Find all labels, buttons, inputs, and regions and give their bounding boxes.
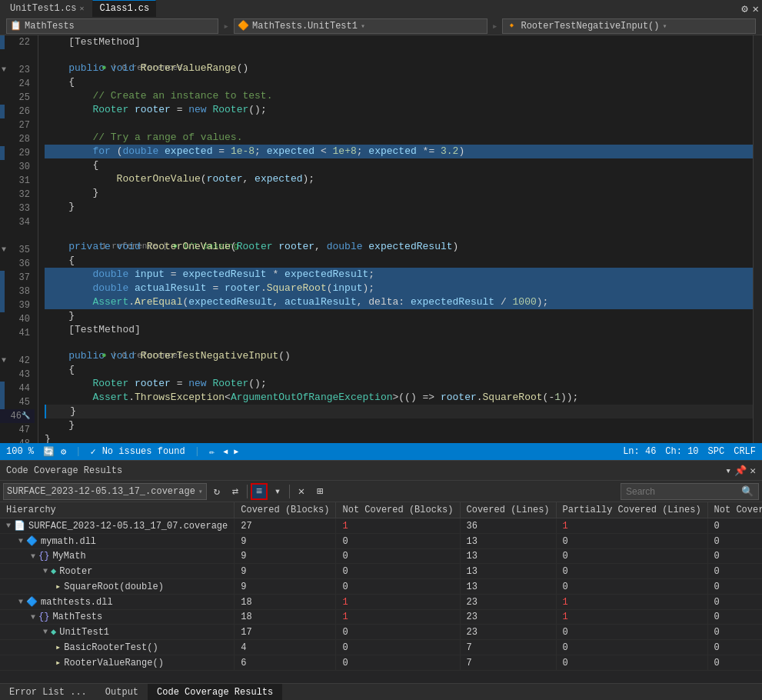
tab-output[interactable]: Output (96, 684, 148, 701)
tab-error-list[interactable]: Error List ... (0, 684, 96, 701)
class-icon: ◆ (51, 626, 56, 638)
project-label: MathTests (25, 21, 75, 32)
covered-lines: 36 (460, 518, 556, 534)
refresh-coverage-button[interactable]: ↻ (208, 483, 225, 500)
expand-icon[interactable]: ▼ (43, 567, 48, 575)
col-notcovered-blocks: Not Covered (Blocks) (336, 502, 460, 518)
method1-icon: 🔶 (238, 20, 249, 32)
coverage-table[interactable]: Hierarchy Covered (Blocks) Not Covered (… (0, 502, 762, 683)
notcovered-blocks: 0 (336, 564, 460, 579)
hierarchy-cell: ▼ 🔷 mathtests.dll (0, 595, 235, 610)
clear-button[interactable]: ✕ (293, 483, 310, 500)
partially-lines: 1 (556, 518, 707, 534)
error-list-label: Error List ... (9, 687, 87, 698)
code-line-36: { (45, 254, 753, 268)
panel-header: Code Coverage Results ▾ 📌 ✕ (0, 461, 762, 481)
gutter-46: 46🔧 (0, 409, 35, 423)
status-left: 100 % 🔄 ⚙ | ✓ No issues found | ✏ ◀ ▶ (6, 446, 241, 458)
minimap[interactable] (753, 35, 762, 443)
table-row: ▸ BasicRooterTest() 4 0 7 0 0 (0, 640, 762, 655)
method2-dropdown[interactable]: 🔸 RooterTestNegativeInput() ▾ (502, 18, 756, 34)
covered-lines: 13 (460, 564, 556, 579)
expand-icon[interactable]: ▼ (31, 552, 35, 561)
gutter-23: ▼23 (0, 63, 35, 77)
code-line-31: RooterOneValue(rooter, expected); (45, 172, 753, 186)
gutter-37: 37 (0, 271, 35, 285)
method1-dropdown[interactable]: 🔶 MathTests.UnitTest1 ▾ (234, 18, 487, 34)
pencil-icon: ✏ (209, 446, 215, 458)
panel-chevron-icon[interactable]: ▾ (725, 465, 731, 477)
collapse-23[interactable]: ▼ (2, 63, 6, 77)
search-input[interactable] (626, 486, 741, 497)
gutter-48: 48 (0, 437, 35, 443)
notcovered-blocks: 0 (336, 640, 460, 655)
link-button[interactable]: ⇄ (227, 483, 244, 500)
gutter-25: 25 (0, 91, 35, 105)
expand-icon[interactable]: ▼ (18, 537, 23, 545)
covered-lines: 7 (460, 640, 556, 655)
dropdown-more-button[interactable]: ▾ (269, 483, 286, 500)
hierarchy-cell: ▸ RooterValueRange() (0, 655, 235, 671)
tab-unittest[interactable]: UnitTest1.cs ✕ (3, 0, 91, 17)
expand-icon[interactable]: ▼ (31, 613, 35, 622)
notcovered-blocks: 0 (336, 579, 460, 595)
code-line-33: } (45, 200, 753, 214)
toolbar-sep-2 (289, 485, 290, 498)
code-line-35: private void RooterOneValue(Rooter roote… (45, 240, 753, 254)
gutter-meta1 (0, 49, 35, 63)
col-covered-blocks: Covered (Blocks) (235, 502, 336, 518)
tab-code-coverage[interactable]: Code Coverage Results (148, 684, 282, 701)
method1-label: MathTests.UnitTest1 (252, 21, 358, 32)
settings-icon[interactable]: ⚙ (741, 2, 747, 15)
highlight-button[interactable]: ≡ (251, 483, 268, 500)
pin-icon[interactable]: 📌 (734, 465, 747, 477)
hierarchy-cell: ▸ BasicRooterTest() (0, 640, 235, 655)
output-label: Output (105, 687, 138, 698)
panel-close-icon[interactable]: ✕ (750, 465, 756, 477)
covered-blocks: 9 (235, 579, 336, 595)
code-line-25: // Create an instance to test. (45, 89, 753, 103)
gutter-41: 41 (0, 326, 35, 340)
export-button[interactable]: ⊞ (311, 483, 328, 500)
table-row: ▼ ◆ Rooter 9 0 13 0 0 (0, 564, 762, 579)
table-row: ▼ 🔷 mathtests.dll 18 1 23 1 0 (0, 595, 762, 610)
editor-tabs: UnitTest1.cs ✕ Class1.cs (3, 0, 156, 17)
covered-lines: 7 (460, 655, 556, 671)
code-line-37: double input = expectedResult * expected… (45, 268, 753, 282)
collapse-42[interactable]: ▼ (2, 354, 6, 368)
file-icon: 📄 (14, 520, 25, 532)
class-icon: ◆ (51, 565, 56, 577)
project-icon: 📋 (10, 20, 22, 32)
gutter-27: 27 (0, 118, 35, 132)
gutter-47: 47 (0, 423, 35, 437)
code-content[interactable]: [TestMethod] ● | 0 references public voi… (38, 35, 753, 443)
expand-icon[interactable]: ▼ (18, 598, 23, 606)
code-line-40: } (45, 309, 753, 323)
coverage-file-dropdown[interactable]: SURFACE_2023-12-05.13_17_.coverage ▾ (3, 483, 207, 500)
gutter-32: 32 (0, 188, 35, 202)
settings-icon[interactable]: ⚙ (61, 446, 66, 458)
expand-icon[interactable]: ▼ (43, 628, 48, 636)
close-icon[interactable]: ✕ (753, 2, 759, 15)
item-label: SquareRoot(double) (64, 582, 164, 592)
refresh-icon[interactable]: 🔄 (43, 446, 55, 458)
gutter-30: 30 (0, 160, 35, 174)
covered-blocks: 9 (235, 534, 336, 549)
expand-icon[interactable]: ▼ (6, 522, 11, 530)
table-row: ▼ {} MathTests 18 1 23 1 0 (0, 610, 762, 625)
prev-arrow[interactable]: ◀ (221, 446, 230, 457)
item-label: MathTests (52, 612, 102, 622)
line-ending: CRLF (734, 446, 756, 457)
notcovered-lines: 0 (707, 655, 762, 671)
partially-lines: 0 (556, 549, 707, 564)
meta-line-22: ● | 0 references (45, 49, 753, 62)
project-dropdown[interactable]: 📋 MathTests (6, 18, 218, 34)
collapse-35[interactable]: ▼ (2, 243, 6, 257)
search-box[interactable]: 🔍 (621, 483, 759, 500)
code-line-26: Rooter rooter = new Rooter(); (45, 103, 753, 117)
tab-class1[interactable]: Class1.cs (92, 0, 156, 17)
partially-lines: 0 (556, 534, 707, 549)
next-arrow[interactable]: ▶ (231, 446, 241, 457)
covered-blocks: 9 (235, 564, 336, 579)
tab-unittest-close[interactable]: ✕ (79, 4, 84, 13)
